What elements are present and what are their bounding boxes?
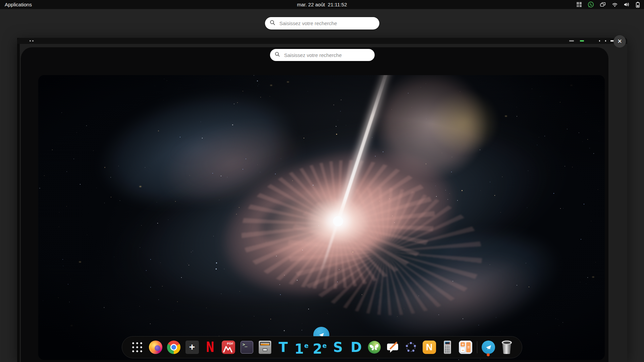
system-tray	[576, 0, 640, 9]
app-d-launcher[interactable]: D	[349, 340, 363, 354]
applications-menu[interactable]: Applications	[5, 0, 32, 9]
chrome-icon	[167, 341, 180, 354]
nested-top-bar	[17, 38, 627, 44]
n-app-icon: N	[423, 341, 436, 354]
handheld-calculator-icon	[444, 341, 451, 354]
terminal-icon: >_	[240, 341, 253, 354]
app-seconde-launcher[interactable]: 2e	[313, 340, 327, 354]
wifi-icon[interactable]	[612, 2, 618, 7]
window-left-edge	[17, 38, 20, 362]
n-app-launcher[interactable]: N	[422, 340, 436, 354]
dock-separator	[477, 341, 477, 353]
netflix-launcher[interactable]: N	[203, 340, 217, 354]
geogebra-icon	[404, 341, 418, 354]
plus-icon: +	[185, 341, 199, 354]
desktop-search-input[interactable]	[279, 20, 375, 26]
handheld-calculator-launcher[interactable]	[440, 340, 454, 354]
firefox-launcher[interactable]	[149, 340, 163, 354]
calculator-launcher[interactable]: + − =	[459, 340, 473, 354]
overview-search-bar	[270, 49, 375, 61]
chrome-launcher[interactable]	[167, 340, 181, 354]
butterfly-icon	[368, 341, 381, 354]
message-pencil-icon	[386, 341, 399, 354]
app-t-launcher[interactable]: T	[276, 340, 290, 354]
battery-icon[interactable]	[636, 2, 640, 8]
calculator-icon: + − =	[459, 341, 472, 354]
butterfly-app-launcher[interactable]	[367, 340, 381, 354]
nested-tray-mark	[569, 40, 574, 42]
master-pdf-icon: PDF	[222, 341, 235, 354]
telegram-icon	[482, 341, 495, 354]
show-applications-button[interactable]	[130, 340, 144, 354]
whatsapp-icon[interactable]	[588, 1, 594, 8]
gnome-desktop: { "topbar": { "applications": "Applicati…	[0, 0, 644, 362]
terminal-launcher[interactable]: >_	[240, 340, 254, 354]
top-bar: Applications mar. 22 août 21:11:52	[0, 0, 644, 9]
app-s-launcher[interactable]: S	[331, 340, 345, 354]
notification-badge	[487, 353, 490, 356]
overview-search-input[interactable]	[283, 52, 370, 58]
close-icon: ✕	[617, 38, 622, 45]
letter-1e-icon: 1e	[294, 339, 309, 356]
desktop-search-bar	[265, 17, 379, 29]
tiles-icon[interactable]	[576, 2, 582, 7]
search-icon	[275, 52, 280, 58]
volume-icon[interactable]	[624, 2, 630, 7]
file-cabinet-launcher[interactable]	[258, 340, 272, 354]
trash-launcher[interactable]	[500, 340, 514, 354]
telegram-launcher[interactable]	[481, 340, 495, 354]
file-cabinet-icon	[259, 341, 271, 354]
window-close-button[interactable]: ✕	[613, 35, 626, 48]
letter-2e-icon: 2e	[313, 339, 327, 356]
new-window-launcher[interactable]: +	[185, 340, 199, 354]
app-grid-icon	[131, 341, 143, 353]
notes-app-launcher[interactable]	[386, 340, 400, 354]
netflix-icon: N	[206, 341, 214, 354]
letter-d-icon: D	[351, 340, 362, 354]
trash-icon	[502, 341, 512, 354]
master-pdf-launcher[interactable]: PDF	[221, 340, 235, 354]
window-preview[interactable]	[17, 38, 627, 362]
search-icon	[270, 20, 275, 27]
nested-whatsapp-mark	[580, 40, 584, 42]
geogebra-launcher[interactable]	[404, 340, 418, 354]
app-premiere-launcher[interactable]: 1e	[294, 340, 309, 354]
letter-s-icon: S	[333, 340, 343, 354]
galaxy-wallpaper	[38, 75, 605, 360]
dual-display-icon[interactable]	[600, 2, 606, 7]
firefox-icon	[149, 341, 162, 354]
clock[interactable]: mar. 22 août 21:11:52	[297, 0, 347, 9]
letter-t-icon: T	[279, 340, 288, 354]
dock: + N PDF >_ T 1e 2e S D	[122, 336, 522, 358]
